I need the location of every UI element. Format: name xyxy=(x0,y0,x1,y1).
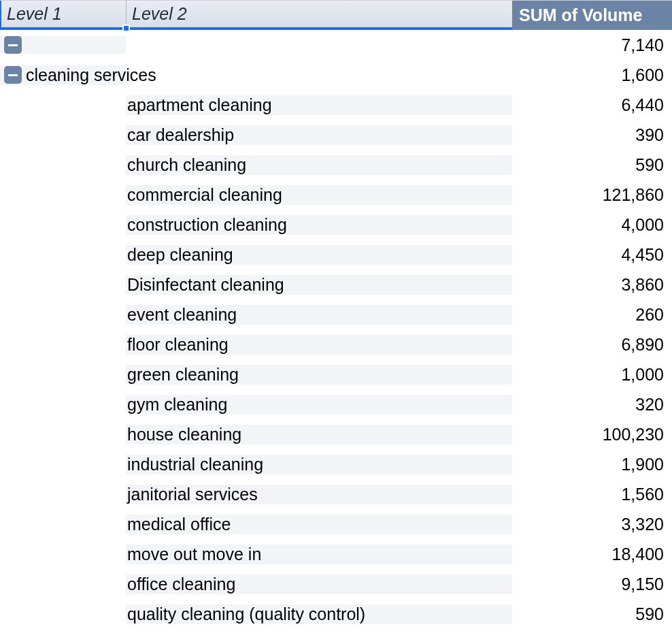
cell-level2: apartment cleaning xyxy=(126,95,512,115)
cell-value: 7,140 xyxy=(512,35,672,55)
cell-value: 9,150 xyxy=(512,574,672,594)
cell-level2: green cleaning xyxy=(126,365,512,385)
cell-level2: gym cleaning xyxy=(126,395,512,415)
cell-level2: move out move in xyxy=(126,545,512,564)
cell-level2: quality cleaning (quality control) xyxy=(126,604,512,624)
cell-level1 xyxy=(0,36,126,54)
cell-level2: deep cleaning xyxy=(126,245,512,265)
level2-label: move out move in xyxy=(127,545,261,564)
cell-level1: cleaning services xyxy=(0,65,126,85)
cell-value: 260 xyxy=(512,305,672,325)
level2-label: apartment cleaning xyxy=(127,95,272,114)
cell-level2: construction cleaning xyxy=(126,215,512,235)
column-header-sum-of-volume[interactable]: SUM of Volume xyxy=(512,1,672,30)
cell-value: 1,000 xyxy=(512,365,672,385)
pivot-header-row: Level 1 Level 2 SUM of Volume xyxy=(0,0,672,30)
table-row: floor cleaning6,890 xyxy=(0,329,672,359)
cell-level2: Disinfectant cleaning xyxy=(126,275,512,295)
level2-label: quality cleaning (quality control) xyxy=(127,604,365,623)
table-row: house cleaning100,230 xyxy=(0,419,672,449)
cell-value: 4,000 xyxy=(512,215,672,235)
table-row: janitorial services1,560 xyxy=(0,479,672,509)
table-row: gym cleaning320 xyxy=(0,389,672,419)
table-row: quality cleaning (quality control)590 xyxy=(0,599,672,629)
table-row: church cleaning590 xyxy=(0,150,672,180)
cell-level2: house cleaning xyxy=(126,425,512,444)
table-row: medical office3,320 xyxy=(0,509,672,539)
cell-level2: event cleaning xyxy=(126,305,512,325)
cell-value: 590 xyxy=(512,155,672,175)
table-row: event cleaning260 xyxy=(0,299,672,329)
table-row: cleaning services1,600 xyxy=(0,60,672,90)
level2-label: church cleaning xyxy=(127,155,246,174)
table-row: 7,140 xyxy=(0,30,672,60)
level2-label: car dealership xyxy=(127,125,234,144)
pivot-table: Level 1 Level 2 SUM of Volume 7,140clean… xyxy=(0,0,672,633)
level2-label: floor cleaning xyxy=(127,335,229,354)
cell-value: 4,450 xyxy=(512,245,672,265)
cell-value: 1,560 xyxy=(512,485,672,504)
level2-label: office cleaning xyxy=(127,574,235,594)
table-row: deep cleaning4,450 xyxy=(0,240,672,270)
cell-level2: medical office xyxy=(126,515,512,534)
cell-level2: office cleaning xyxy=(126,574,512,594)
level1-label: cleaning services xyxy=(26,65,156,85)
level2-label: event cleaning xyxy=(127,305,237,324)
cell-value: 320 xyxy=(512,395,672,415)
table-row: car dealership390 xyxy=(0,120,672,150)
cell-value: 590 xyxy=(512,604,672,624)
cell-level2: janitorial services xyxy=(126,485,512,504)
column-header-level1[interactable]: Level 1 xyxy=(0,1,126,30)
cell-value: 390 xyxy=(512,125,672,145)
level2-label: janitorial services xyxy=(127,485,258,504)
cell-value: 18,400 xyxy=(512,545,672,564)
table-row: office cleaning9,150 xyxy=(0,569,672,599)
level2-label: medical office xyxy=(127,515,231,534)
level2-label: construction cleaning xyxy=(127,215,287,234)
table-row: Disinfectant cleaning3,860 xyxy=(0,270,672,299)
cell-value: 121,860 xyxy=(512,185,672,205)
level2-label: commercial cleaning xyxy=(127,185,282,204)
level2-label: green cleaning xyxy=(127,365,239,384)
level2-label: house cleaning xyxy=(127,425,241,444)
column-resize-handle[interactable] xyxy=(122,25,130,32)
cell-value: 3,860 xyxy=(512,275,672,295)
cell-value: 100,230 xyxy=(512,425,672,444)
table-row: apartment cleaning6,440 xyxy=(0,90,672,120)
cell-level2: commercial cleaning xyxy=(126,185,512,205)
table-row: industrial cleaning1,900 xyxy=(0,449,672,479)
table-row: move out move in18,400 xyxy=(0,539,672,569)
cell-value: 6,890 xyxy=(512,335,672,355)
cell-level2: industrial cleaning xyxy=(126,455,512,474)
cell-value: 1,600 xyxy=(512,65,672,85)
collapse-icon[interactable] xyxy=(4,66,22,84)
cell-value: 3,320 xyxy=(512,515,672,534)
level2-label: industrial cleaning xyxy=(127,455,263,474)
table-row: commercial cleaning121,860 xyxy=(0,180,672,210)
cell-value: 6,440 xyxy=(512,95,672,115)
table-row: restaurant cleaning2,370 xyxy=(0,629,672,633)
collapse-icon[interactable] xyxy=(4,36,22,54)
pivot-body: 7,140cleaning services1,600apartment cle… xyxy=(0,30,672,633)
table-row: construction cleaning4,000 xyxy=(0,210,672,240)
level2-label: deep cleaning xyxy=(127,245,233,264)
cell-level2: church cleaning xyxy=(126,155,512,175)
cell-value: 1,900 xyxy=(512,455,672,474)
level2-label: gym cleaning xyxy=(127,395,227,414)
cell-level2: car dealership xyxy=(126,125,512,145)
cell-level2: floor cleaning xyxy=(126,335,512,355)
level2-label: Disinfectant cleaning xyxy=(127,275,284,294)
column-header-level2[interactable]: Level 2 xyxy=(126,1,512,30)
table-row: green cleaning1,000 xyxy=(0,359,672,389)
